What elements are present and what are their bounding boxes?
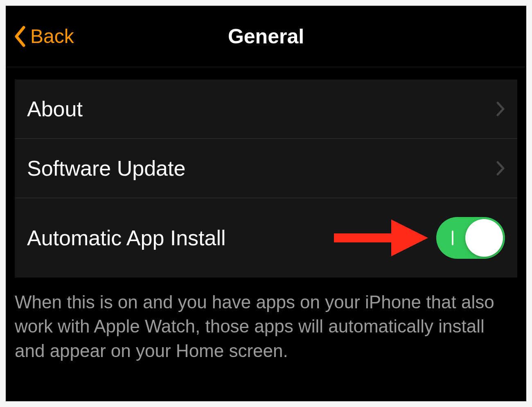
software-update-row[interactable]: Software Update bbox=[15, 139, 517, 198]
automatic-app-install-row: Automatic App Install bbox=[15, 198, 517, 278]
automatic-app-install-toggle[interactable] bbox=[436, 217, 505, 259]
annotation-arrow-icon bbox=[330, 215, 428, 260]
toggle-on-indicator bbox=[452, 231, 453, 245]
about-label: About bbox=[27, 97, 83, 121]
page-title: General bbox=[228, 25, 304, 48]
svg-marker-1 bbox=[391, 219, 428, 256]
software-update-label: Software Update bbox=[27, 156, 185, 181]
toggle-knob bbox=[465, 219, 503, 257]
settings-screen: Back General About Software Update Autom… bbox=[6, 6, 526, 401]
about-row[interactable]: About bbox=[15, 79, 517, 139]
footer-description: When this is on and you have apps on you… bbox=[6, 278, 526, 363]
automatic-app-install-label: Automatic App Install bbox=[27, 226, 226, 250]
chevron-right-icon bbox=[496, 101, 505, 117]
back-label: Back bbox=[30, 25, 74, 47]
chevron-right-icon bbox=[496, 161, 505, 176]
content-area: About Software Update Automatic App Inst… bbox=[6, 67, 526, 363]
chevron-left-icon bbox=[14, 26, 25, 47]
navigation-bar: Back General bbox=[6, 6, 526, 67]
toggle-row-right bbox=[330, 215, 505, 260]
settings-list: About Software Update Automatic App Inst… bbox=[15, 79, 517, 278]
back-button[interactable]: Back bbox=[6, 25, 74, 47]
